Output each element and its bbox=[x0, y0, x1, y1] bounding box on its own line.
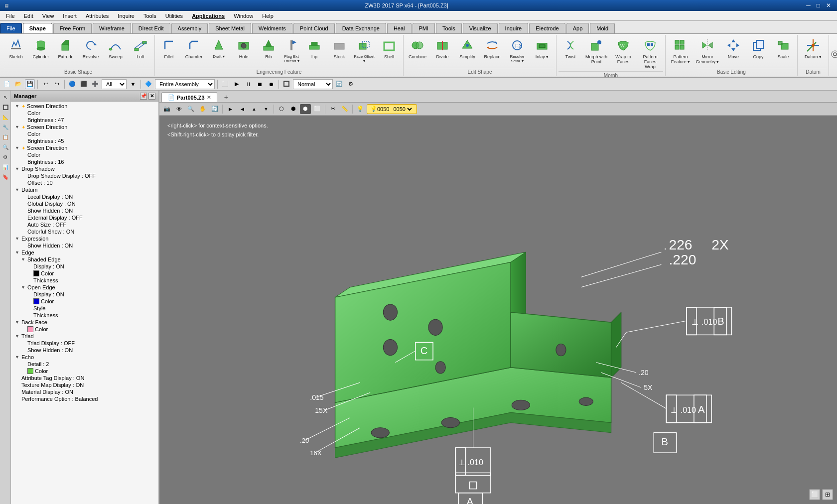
vp-btn-measure[interactable]: 📏 bbox=[339, 104, 350, 114]
divide-button[interactable]: Divide bbox=[430, 36, 454, 60]
ls-btn-5[interactable]: 📋 bbox=[1, 132, 10, 141]
menu-tools[interactable]: Tools bbox=[140, 12, 160, 20]
revolve-button[interactable]: Revolve bbox=[79, 36, 103, 60]
menu-applications[interactable]: Applications bbox=[188, 12, 229, 20]
tab-pointcloud[interactable]: Point Cloud bbox=[293, 23, 335, 33]
tree-item[interactable]: ▼✦Screen Direction bbox=[11, 124, 158, 130]
chamfer-button[interactable]: Chamfer bbox=[182, 36, 206, 60]
replace-button[interactable]: Replace bbox=[480, 36, 504, 60]
shell-button[interactable]: Shell bbox=[377, 36, 401, 60]
manager-close-btn[interactable]: ✕ bbox=[148, 93, 155, 100]
stock-button[interactable]: Stock bbox=[327, 36, 351, 60]
rib-button[interactable]: Rib bbox=[257, 36, 280, 60]
doc-tab-main[interactable]: 📄 Part005.Z3 ✕ bbox=[161, 92, 217, 102]
tree-item[interactable]: ▼Drop Shadow bbox=[11, 165, 158, 172]
wrap-to-faces-button[interactable]: W Wrap to Faces bbox=[610, 36, 636, 65]
ls-btn-3[interactable]: 📐 bbox=[1, 113, 10, 122]
morph-with-point-button[interactable]: Morph with Point bbox=[583, 36, 609, 65]
doc-tab-close[interactable]: ✕ bbox=[207, 95, 211, 100]
tab-heal[interactable]: Heal bbox=[387, 23, 412, 33]
tab-weldments[interactable]: Weldments bbox=[252, 23, 292, 33]
vp-btn-hidden[interactable]: ⬜ bbox=[312, 104, 323, 114]
datum-button[interactable]: Datum ▾ bbox=[800, 36, 827, 60]
ls-btn-4[interactable]: 🔧 bbox=[1, 123, 10, 131]
tab-electrode[interactable]: Electrode bbox=[529, 23, 565, 33]
sketch-button[interactable]: Sketch bbox=[4, 36, 28, 60]
ls-btn-8[interactable]: 📊 bbox=[1, 162, 10, 171]
vp-light-control[interactable]: 💡 0050 0050 bbox=[367, 104, 417, 114]
view-layout-btn2[interactable]: ⊞ bbox=[822, 489, 833, 500]
minimize-btn[interactable]: ─ bbox=[804, 2, 813, 9]
tree-item[interactable]: ▼Open Edge bbox=[11, 284, 158, 291]
tab-directedit[interactable]: Direct Edit bbox=[132, 23, 170, 33]
tree-item[interactable]: ▼✦Screen Direction bbox=[11, 103, 158, 110]
tab-file[interactable]: File bbox=[0, 23, 22, 33]
menu-insert[interactable]: Insert bbox=[59, 12, 81, 20]
new-btn[interactable]: 📄 bbox=[2, 79, 12, 89]
menu-help[interactable]: Help bbox=[258, 12, 278, 20]
undo-btn[interactable]: ↩ bbox=[40, 79, 50, 89]
3d-viewport-svg[interactable]: . 226 2X .220 ⊥ .010 B ⊥ .010 bbox=[159, 116, 837, 504]
vp-btn-back[interactable]: ◀ bbox=[237, 104, 248, 114]
inlay-button[interactable]: Inlay ▾ bbox=[530, 36, 554, 60]
tab-wireframe[interactable]: Wireframe bbox=[93, 23, 131, 33]
menu-utilities[interactable]: Utilities bbox=[161, 12, 187, 20]
loft-button[interactable]: Loft bbox=[129, 36, 152, 60]
tree-item[interactable]: ▼✦Screen Direction bbox=[11, 144, 158, 151]
close-btn[interactable]: ✕ bbox=[824, 2, 833, 9]
pattern-feature-button[interactable]: Pattern Feature ▾ bbox=[668, 36, 694, 65]
cylinder-button[interactable]: Cylinder bbox=[29, 36, 53, 60]
tab-mold[interactable]: Mold bbox=[590, 23, 615, 33]
resolve-selfx-button[interactable]: FX Resolve SelfX ▾ bbox=[505, 36, 529, 64]
view-btn3[interactable]: ⏸ bbox=[243, 79, 253, 89]
tab-freeform[interactable]: Free Form bbox=[53, 23, 92, 33]
tree-item[interactable]: ▼Edge bbox=[11, 249, 158, 256]
view-btn4[interactable]: ⏹ bbox=[255, 79, 265, 89]
copy-button[interactable]: Copy bbox=[746, 36, 770, 60]
menu-attributes[interactable]: Attributes bbox=[82, 12, 113, 20]
move-button[interactable]: Move bbox=[721, 36, 745, 60]
view-layout-btn1[interactable]: ⬜ bbox=[809, 489, 820, 500]
tree-item[interactable]: ▼Back Face bbox=[11, 319, 158, 326]
twist-button[interactable]: Twist bbox=[558, 36, 582, 60]
fillet-button[interactable]: Fillet bbox=[157, 36, 181, 60]
vp-btn-view[interactable]: 👁 bbox=[173, 104, 184, 114]
menu-inquire[interactable]: Inquire bbox=[114, 12, 139, 20]
filter-select[interactable]: All bbox=[102, 79, 127, 89]
vp-btn-camera[interactable]: 📷 bbox=[161, 104, 172, 114]
tab-dataexchange[interactable]: Data Exchange bbox=[336, 23, 386, 33]
hole-button[interactable]: Hole bbox=[232, 36, 256, 60]
mirror-geometry-button[interactable]: Mirror Geometry ▾ bbox=[695, 36, 720, 65]
tab-inquire[interactable]: Inquire bbox=[499, 23, 529, 33]
doc-tab-add-btn[interactable]: + bbox=[220, 92, 232, 102]
vp-btn-bottom[interactable]: ▼ bbox=[261, 104, 272, 114]
flag-ext-thread-button[interactable]: Flag Ext Thread ▾ bbox=[281, 36, 301, 64]
view-btn2[interactable]: ▶ bbox=[232, 79, 242, 89]
snap-btn2[interactable]: ⬛ bbox=[79, 79, 89, 89]
view-select[interactable]: Normal bbox=[293, 79, 333, 89]
light-select[interactable]: 0050 bbox=[391, 106, 414, 113]
vp-btn-wire[interactable]: ⬡ bbox=[276, 104, 287, 114]
sweep-button[interactable]: Sweep bbox=[104, 36, 128, 60]
menu-file[interactable]: File bbox=[2, 12, 19, 20]
assembly-select[interactable]: Entire Assembly bbox=[155, 79, 215, 89]
draft-button[interactable]: Draft ▾ bbox=[207, 36, 231, 60]
tab-visualize[interactable]: Visualize bbox=[463, 23, 498, 33]
tree-item[interactable]: ▼Expression bbox=[11, 235, 158, 242]
manager-pin-btn[interactable]: 📌 bbox=[140, 93, 147, 100]
menu-edit[interactable]: Edit bbox=[20, 12, 37, 20]
vp-btn-pan[interactable]: ✋ bbox=[197, 104, 208, 114]
vp-btn-front[interactable]: ▶ bbox=[225, 104, 236, 114]
combine-button[interactable]: Combine bbox=[406, 36, 429, 60]
tree-item[interactable]: ▼Triad bbox=[11, 333, 158, 340]
vp-btn-zoom[interactable]: 🔍 bbox=[185, 104, 196, 114]
tab-sheetmetal[interactable]: Sheet Metal bbox=[209, 23, 251, 33]
tree-item[interactable]: ▼Datum bbox=[11, 186, 158, 193]
vp-btn-top[interactable]: ▲ bbox=[249, 104, 260, 114]
tab-app[interactable]: App bbox=[566, 23, 589, 33]
view-extra2[interactable]: ⚙ bbox=[346, 79, 356, 89]
save-btn[interactable]: 💾 bbox=[25, 79, 35, 89]
ls-btn-2[interactable]: 🔲 bbox=[1, 103, 10, 112]
vp-btn-light[interactable]: 💡 bbox=[355, 104, 366, 114]
redo-btn[interactable]: ↪ bbox=[52, 79, 62, 89]
